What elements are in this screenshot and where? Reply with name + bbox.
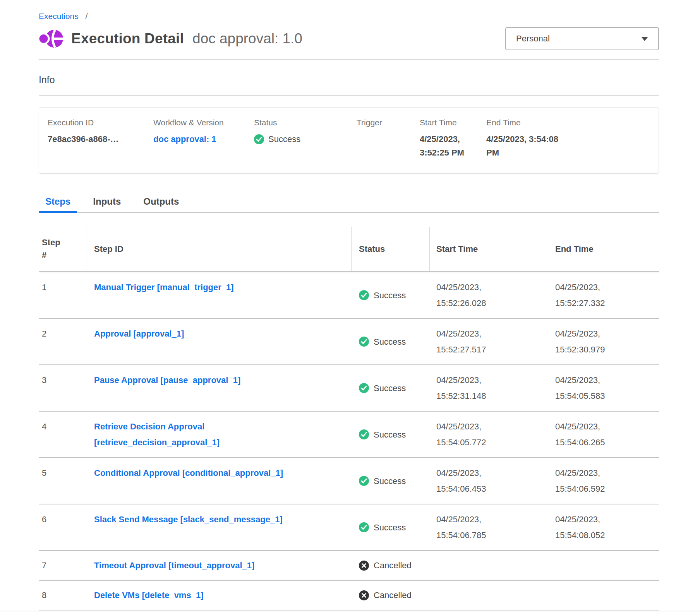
end-time-cell <box>548 557 659 573</box>
end-time-cell: 04/25/2023, 15:54:05.583 <box>548 372 659 404</box>
success-icon <box>359 429 369 439</box>
info-field: Start Time 4/25/2023, 3:52:25 PM <box>420 118 486 159</box>
cancelled-icon <box>359 590 369 600</box>
table-row: 8 Delete VMs [delete_vms_1] Cancelled <box>39 581 659 610</box>
column-header: Step ID <box>86 227 352 271</box>
info-field-value: 4/25/2023, 3:54:08 PM <box>486 132 655 159</box>
steps-table-header: Step # Step ID Status Start Time End Tim… <box>39 227 659 272</box>
status-label: Success <box>374 334 406 350</box>
start-time-value: 04/25/2023, 15:52:31.148 <box>436 372 503 404</box>
status-cell: Success <box>352 465 430 497</box>
start-time-cell: 04/25/2023, 15:54:05.772 <box>430 419 548 450</box>
workflow-version-link[interactable]: doc approval: 1 <box>153 132 216 146</box>
end-time-value: 04/25/2023, 15:52:30.979 <box>555 326 622 357</box>
workspace-dropdown-value: Personal <box>516 34 550 44</box>
column-header: Step # <box>39 227 86 271</box>
start-time-cell: 04/25/2023, 15:52:26.028 <box>430 279 548 311</box>
execution-detail-page: Executions / Execution Detail doc approv… <box>39 0 659 610</box>
breadcrumb-separator: / <box>86 12 88 21</box>
chevron-down-icon <box>641 37 648 41</box>
info-field-value: 4/25/2023, 3:52:25 PM <box>420 132 486 159</box>
info-divider <box>39 95 659 96</box>
info-field-label: Workflow & Version <box>153 118 254 127</box>
step-number: 3 <box>39 372 86 404</box>
status-label: Cancelled <box>374 557 412 573</box>
tab-outputs[interactable]: Outputs <box>137 192 185 212</box>
info-field-label: End Time <box>486 118 655 127</box>
step-id-link[interactable]: Conditional Approval [conditional_approv… <box>94 465 283 481</box>
success-icon <box>359 522 369 532</box>
status-cell: Success <box>352 372 430 404</box>
info-field-label: Status <box>254 118 357 127</box>
info-field: Trigger <box>357 118 420 159</box>
step-id-link[interactable]: Timeout Approval [timeout_approval_1] <box>94 557 254 573</box>
success-icon <box>254 134 264 144</box>
info-field-label: Execution ID <box>48 118 153 127</box>
cancelled-icon <box>359 561 369 571</box>
step-number: 4 <box>39 419 86 450</box>
title-row: Execution Detail doc approval: 1.0 Perso… <box>39 27 659 50</box>
status-label: Cancelled <box>374 587 412 603</box>
step-number: 7 <box>39 557 86 573</box>
end-time-cell <box>548 587 659 603</box>
start-time-cell <box>430 587 548 603</box>
tab-steps[interactable]: Steps <box>39 192 77 212</box>
step-id-link[interactable]: Manual Trigger [manual_trigger_1] <box>94 279 234 295</box>
step-number: 6 <box>39 511 86 543</box>
column-label: Step # <box>42 236 66 262</box>
page-title: Execution Detail <box>71 31 184 47</box>
step-id-link[interactable]: Approval [approval_1] <box>94 326 184 342</box>
status-label: Success <box>374 287 406 303</box>
status-label: Success <box>374 380 406 396</box>
end-time-cell: 04/25/2023, 15:52:30.979 <box>548 326 659 357</box>
info-field-value-text: 4/25/2023, 3:54:08 PM <box>486 132 564 159</box>
tab-label: Steps <box>45 196 70 207</box>
tab-label: Inputs <box>93 196 121 207</box>
column-label: Step ID <box>94 243 124 255</box>
start-time-cell <box>430 557 548 573</box>
start-time-cell: 04/25/2023, 15:54:06.453 <box>430 465 548 497</box>
start-time-value: 04/25/2023, 15:54:05.772 <box>436 419 503 450</box>
success-icon <box>359 290 369 300</box>
step-id-link[interactable]: Retrieve Decision Approval [retrieve_dec… <box>94 419 311 450</box>
status-cell: Success <box>352 326 430 357</box>
end-time-cell: 04/25/2023, 15:54:06.592 <box>548 465 659 497</box>
column-label: Start Time <box>436 243 478 255</box>
start-time-cell: 04/25/2023, 15:52:31.148 <box>430 372 548 404</box>
step-number: 1 <box>39 279 86 311</box>
end-time-value: 04/25/2023, 15:54:05.583 <box>555 372 622 404</box>
breadcrumb-executions-link[interactable]: Executions <box>39 12 79 21</box>
step-id-link[interactable]: Slack Send Message [slack_send_message_1… <box>94 511 283 527</box>
tab-inputs[interactable]: Inputs <box>86 192 127 212</box>
end-time-value: 04/25/2023, 15:54:08.052 <box>555 511 622 543</box>
start-time-value: 04/25/2023, 15:54:06.785 <box>436 511 503 543</box>
end-time-cell: 04/25/2023, 15:54:08.052 <box>548 511 659 543</box>
status-label: Success <box>374 520 406 535</box>
tab-label: Outputs <box>143 196 179 207</box>
info-field: Execution ID 7e8ac396-a868-… <box>48 118 153 159</box>
start-time-cell: 04/25/2023, 15:54:06.785 <box>430 511 548 543</box>
start-time-value: 04/25/2023, 15:52:26.028 <box>436 279 503 311</box>
success-icon <box>359 476 369 486</box>
table-row: 1 Manual Trigger [manual_trigger_1] Succ… <box>39 272 659 319</box>
info-field-value-text: 7e8ac396-a868-… <box>48 132 118 146</box>
steps-table: Step # Step ID Status Start Time End Tim… <box>39 227 659 610</box>
end-time-value: 04/25/2023, 15:52:27.332 <box>555 279 622 311</box>
success-icon <box>359 383 369 393</box>
end-time-value: 04/25/2023, 15:54:06.265 <box>555 419 622 450</box>
status-cell: Success <box>352 279 430 311</box>
step-id-link[interactable]: Delete VMs [delete_vms_1] <box>94 587 203 603</box>
info-field-value: 7e8ac396-a868-… <box>48 132 153 146</box>
table-row: 2 Approval [approval_1] Success 04/25/20… <box>39 319 659 365</box>
table-row: 5 Conditional Approval [conditional_appr… <box>39 458 659 504</box>
column-label: End Time <box>555 243 594 255</box>
workspace-dropdown[interactable]: Personal <box>505 27 659 50</box>
start-time-cell: 04/25/2023, 15:52:27.517 <box>430 326 548 357</box>
page-subtitle: doc approval: 1.0 <box>192 31 302 47</box>
status-label: Success <box>374 473 406 489</box>
start-time-value: 04/25/2023, 15:52:27.517 <box>436 326 503 357</box>
tabs: Steps Inputs Outputs <box>39 192 659 213</box>
step-id-link[interactable]: Pause Approval [pause_approval_1] <box>94 372 240 388</box>
info-field-value-text: Success <box>268 132 300 146</box>
status-label: Success <box>374 427 406 443</box>
